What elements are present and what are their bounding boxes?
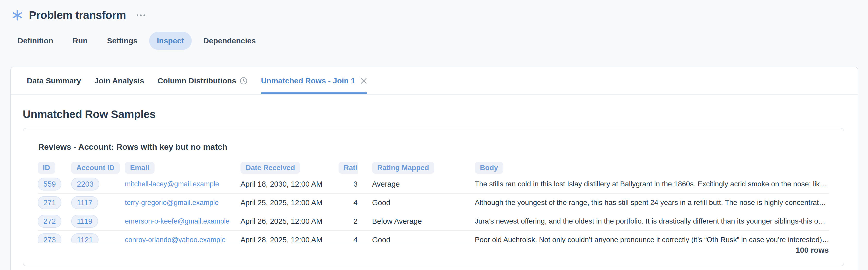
account-id-pill[interactable]: 1121	[71, 233, 99, 243]
column-header-date-received[interactable]: Date Received	[241, 162, 339, 174]
table-row: 559 2203 mitchell-lacey@gmail.example Ap…	[38, 175, 829, 193]
column-header-date-received-label: Date Received	[241, 162, 300, 174]
column-header-body-label: Body	[475, 162, 503, 174]
cell-email: conroy-orlando@yahoo.example	[125, 236, 241, 243]
main-tab-inspect[interactable]: Inspect	[149, 32, 192, 50]
cell-date-received: April 25, 2025, 12:00 AM	[241, 199, 339, 207]
cell-account-id: 1117	[71, 196, 125, 209]
app-header: Problem transform	[12, 9, 146, 22]
cell-rating-mapped: Good	[358, 236, 438, 243]
main-tab-run[interactable]: Run	[65, 32, 95, 50]
cell-account-id: 1119	[71, 215, 125, 228]
table-row: 272 1119 emerson-o-keefe@gmail.example A…	[38, 212, 829, 231]
column-header-rating[interactable]: Rating	[339, 162, 358, 174]
id-pill[interactable]: 272	[38, 215, 61, 228]
table-row: 273 1121 conroy-orlando@yahoo.example Ap…	[38, 231, 829, 243]
cell-rating: 4	[339, 236, 358, 243]
main-tab-bar: Definition Run Settings Inspect Dependen…	[10, 32, 264, 50]
row-count-label: 100 rows	[796, 246, 829, 254]
account-id-pill[interactable]: 1119	[71, 215, 98, 228]
cell-body: Although the youngest of the range, this…	[438, 199, 829, 207]
clock-icon	[240, 77, 247, 85]
tab-column-distributions[interactable]: Column Distributions	[157, 67, 247, 94]
cell-id: 272	[38, 215, 71, 228]
close-icon[interactable]	[360, 78, 367, 84]
cell-rating-mapped: Average	[358, 180, 438, 188]
cell-body: Poor old Auchroisk. Not only couldn’t an…	[438, 236, 829, 243]
column-header-email[interactable]: Email	[125, 162, 241, 174]
cell-date-received: April 18, 2030, 12:00 AM	[241, 180, 339, 188]
cell-date-received: April 26, 2025, 12:00 AM	[241, 217, 339, 226]
column-header-body[interactable]: Body	[438, 162, 829, 174]
more-options-icon[interactable]	[136, 12, 146, 19]
tab-data-summary-label: Data Summary	[27, 77, 81, 85]
column-header-account-id-label: Account ID	[71, 162, 120, 174]
tab-column-distributions-label: Column Distributions	[157, 77, 236, 85]
account-id-pill[interactable]: 1117	[71, 196, 98, 209]
tab-join-analysis[interactable]: Join Analysis	[94, 67, 144, 94]
cell-id: 273	[38, 233, 71, 243]
cell-id: 559	[38, 178, 71, 190]
section-heading: Unmatched Row Samples	[23, 108, 156, 121]
cell-date-received: April 28, 2025, 12:00 AM	[241, 236, 339, 243]
cell-rating-mapped: Good	[358, 199, 438, 207]
cell-rating: 4	[339, 199, 358, 207]
main-tab-dependencies[interactable]: Dependencies	[195, 32, 264, 50]
main-tab-definition[interactable]: Definition	[10, 32, 61, 50]
unmatched-rows-table: ID Account ID Email Date Received Rating…	[38, 160, 829, 243]
email-link[interactable]: emerson-o-keefe@gmail.example	[125, 217, 230, 225]
cell-account-id: 2203	[71, 178, 125, 190]
column-header-id[interactable]: ID	[38, 162, 71, 174]
cell-rating: 3	[339, 180, 358, 188]
cell-email: terry-gregorio@gmail.example	[125, 199, 241, 207]
main-tab-settings[interactable]: Settings	[99, 32, 145, 50]
cell-account-id: 1121	[71, 233, 125, 243]
email-link[interactable]: terry-gregorio@gmail.example	[125, 199, 219, 207]
column-header-rating-mapped[interactable]: Rating Mapped	[358, 162, 438, 174]
cell-rating: 2	[339, 217, 358, 226]
column-header-account-id[interactable]: Account ID	[71, 162, 125, 174]
id-pill[interactable]: 273	[38, 233, 61, 243]
cell-id: 271	[38, 196, 71, 209]
page-title: Problem transform	[29, 9, 126, 22]
transform-asterisk-icon	[12, 10, 23, 21]
table-header-row: ID Account ID Email Date Received Rating…	[38, 160, 829, 175]
id-pill[interactable]: 559	[38, 178, 61, 190]
table-row: 271 1117 terry-gregorio@gmail.example Ap…	[38, 193, 829, 212]
column-header-rating-mapped-label: Rating Mapped	[372, 162, 434, 174]
cell-rating-mapped: Below Average	[358, 217, 438, 226]
tab-join-analysis-label: Join Analysis	[94, 77, 144, 85]
tab-data-summary[interactable]: Data Summary	[27, 67, 81, 94]
tab-unmatched-rows-label: Unmatched Rows - Join 1	[261, 77, 355, 85]
card-title: Reviews - Account: Rows with key but no …	[38, 142, 227, 152]
cell-email: emerson-o-keefe@gmail.example	[125, 217, 241, 226]
column-header-id-label: ID	[38, 162, 55, 174]
email-link[interactable]: mitchell-lacey@gmail.example	[125, 180, 219, 188]
email-link[interactable]: conroy-orlando@yahoo.example	[125, 236, 226, 243]
cell-email: mitchell-lacey@gmail.example	[125, 180, 241, 188]
account-id-pill[interactable]: 2203	[71, 178, 99, 190]
unmatched-rows-card: Reviews - Account: Rows with key but no …	[23, 128, 844, 266]
column-header-email-label: Email	[125, 162, 155, 174]
cell-body: Jura’s newest offering, and the oldest i…	[438, 217, 829, 226]
inspect-tab-bar: Data Summary Join Analysis Column Distri…	[11, 67, 858, 95]
id-pill[interactable]: 271	[38, 196, 61, 209]
column-header-rating-label: Rating	[339, 162, 358, 174]
cell-body: The stills ran cold in this lost Islay d…	[438, 180, 829, 188]
tab-unmatched-rows-join-1[interactable]: Unmatched Rows - Join 1	[261, 67, 367, 94]
